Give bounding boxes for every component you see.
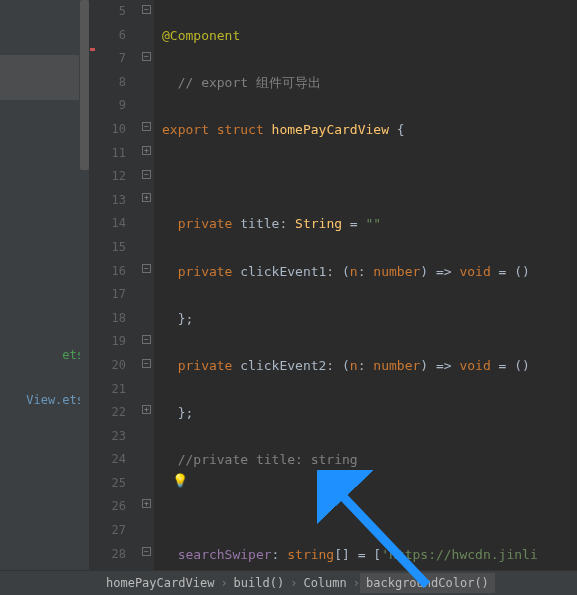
type: void xyxy=(459,358,490,373)
string: "" xyxy=(366,216,382,231)
fold-marker-icon[interactable]: − xyxy=(142,52,151,61)
line-number[interactable]: 16 xyxy=(90,260,126,284)
line-number[interactable]: 25 xyxy=(90,472,126,496)
breadcrumb-item[interactable]: Column xyxy=(297,576,352,590)
op: = xyxy=(342,216,365,231)
line-number[interactable]: 12 xyxy=(90,165,126,189)
breadcrumb-item[interactable]: build() xyxy=(228,576,291,590)
fold-marker-icon[interactable]: − xyxy=(142,335,151,344)
keyword: private xyxy=(178,358,233,373)
fold-marker-icon[interactable]: + xyxy=(142,499,151,508)
line-number[interactable]: 18 xyxy=(90,307,126,331)
comment: //private title: string xyxy=(178,452,358,467)
line-number[interactable]: 10 xyxy=(90,118,126,142)
line-number[interactable]: 9 xyxy=(90,94,126,118)
type: string xyxy=(287,547,334,562)
line-number[interactable]: 5 xyxy=(90,0,126,24)
string: 'https://hwcdn.jinli xyxy=(381,547,538,562)
chevron-right-icon: › xyxy=(353,576,360,590)
tail: = () xyxy=(491,358,530,373)
arrow: ) => xyxy=(420,264,459,279)
breadcrumb-item-active[interactable]: backgroundColor() xyxy=(360,573,495,593)
line-number[interactable]: 26 xyxy=(90,495,126,519)
line-number[interactable]: 19 xyxy=(90,330,126,354)
line-number[interactable]: 17 xyxy=(90,283,126,307)
brace: }; xyxy=(178,311,194,326)
line-number[interactable]: 21 xyxy=(90,378,126,402)
type: homePayCardView xyxy=(272,122,389,137)
colon: : xyxy=(358,358,374,373)
fold-marker-icon[interactable]: − xyxy=(142,5,151,14)
chevron-right-icon: › xyxy=(290,576,297,590)
intention-bulb-icon[interactable]: 💡 xyxy=(172,473,188,488)
identifier: searchSwiper xyxy=(178,547,272,562)
line-number[interactable]: 6 xyxy=(90,24,126,48)
fold-gutter[interactable]: − − − + − + − − − + + − xyxy=(140,0,154,570)
line-number[interactable]: 20 xyxy=(90,354,126,378)
param: n xyxy=(350,264,358,279)
editor-area: ets View.ets 5 6 7 8 9 10 11 12 13 14 15… xyxy=(0,0,577,570)
fold-marker-icon[interactable]: − xyxy=(142,264,151,273)
arrow: ) => xyxy=(420,358,459,373)
colon: : xyxy=(272,547,288,562)
identifier: title: xyxy=(232,216,295,231)
line-number[interactable]: 15 xyxy=(90,236,126,260)
line-number[interactable]: 24 xyxy=(90,448,126,472)
keyword: struct xyxy=(217,122,264,137)
line-number[interactable]: 13 xyxy=(90,189,126,213)
breadcrumb-bar: homePayCardView › build() › Column › bac… xyxy=(0,570,577,595)
fold-marker-icon[interactable]: − xyxy=(142,170,151,179)
line-number[interactable]: 27 xyxy=(90,519,126,543)
line-number[interactable]: 8 xyxy=(90,71,126,95)
chevron-right-icon: › xyxy=(220,576,227,590)
line-gutter[interactable]: 5 6 7 8 9 10 11 12 13 14 15 16 17 18 19 … xyxy=(90,0,140,570)
bracket: [] = [ xyxy=(334,547,381,562)
keyword: private xyxy=(178,264,233,279)
fold-marker-icon[interactable]: + xyxy=(142,405,151,414)
param: n xyxy=(350,358,358,373)
sidebar-scroll-thumb[interactable] xyxy=(80,0,89,170)
tail: = () xyxy=(491,264,530,279)
line-number[interactable]: 11 xyxy=(90,142,126,166)
breadcrumb-item[interactable]: homePayCardView xyxy=(100,576,220,590)
line-number[interactable]: 22 xyxy=(90,401,126,425)
line-number[interactable]: 7 xyxy=(90,47,126,71)
line-number[interactable]: 23 xyxy=(90,425,126,449)
fold-marker-icon[interactable]: − xyxy=(142,122,151,131)
comment: // export 组件可导出 xyxy=(178,75,321,90)
project-sidebar: ets View.ets xyxy=(0,0,90,570)
type: String xyxy=(295,216,342,231)
identifier: clickEvent1: ( xyxy=(232,264,349,279)
type: void xyxy=(459,264,490,279)
brace: }; xyxy=(178,405,194,420)
fold-marker-icon[interactable]: + xyxy=(142,193,151,202)
annotation: @Component xyxy=(162,28,240,43)
colon: : xyxy=(358,264,374,279)
keyword: export xyxy=(162,122,209,137)
code-editor[interactable]: @Component // export 组件可导出 export struct… xyxy=(154,0,577,570)
fold-marker-icon[interactable]: + xyxy=(142,146,151,155)
sidebar-selection xyxy=(0,55,79,100)
identifier: clickEvent2: ( xyxy=(232,358,349,373)
keyword: private xyxy=(178,216,233,231)
fold-marker-icon[interactable]: − xyxy=(142,547,151,556)
brace: { xyxy=(389,122,405,137)
modified-marker xyxy=(90,48,95,51)
type: number xyxy=(373,264,420,279)
line-number[interactable]: 28 xyxy=(90,543,126,567)
sidebar-scrollbar[interactable] xyxy=(80,0,89,570)
sidebar-item-view[interactable]: View.ets xyxy=(26,393,84,407)
line-number[interactable]: 14 xyxy=(90,212,126,236)
fold-marker-icon[interactable]: − xyxy=(142,359,151,368)
type: number xyxy=(373,358,420,373)
